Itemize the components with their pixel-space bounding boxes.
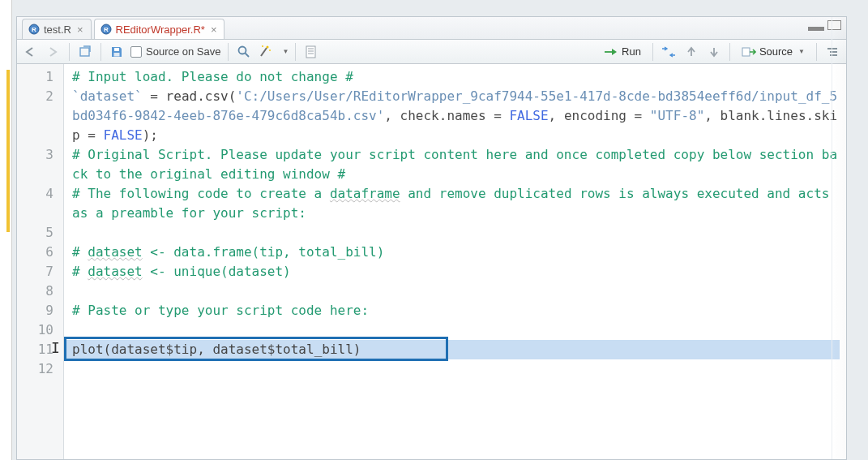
code-content[interactable]: # Input load. Please do not change #`dat… xyxy=(64,64,846,459)
run-button[interactable]: Run xyxy=(599,44,646,59)
code-tools-button[interactable] xyxy=(258,43,276,61)
code-editor[interactable]: 123456789101112 # Input load. Please do … xyxy=(17,64,846,459)
line-number-gutter: 123456789101112 xyxy=(17,64,64,459)
editor-toolbar: Source on Save ▼ Run xyxy=(17,40,846,64)
right-edge xyxy=(832,17,846,459)
line-number: 6 xyxy=(17,243,63,262)
source-label: Source xyxy=(759,45,793,58)
close-icon[interactable]: × xyxy=(211,24,217,36)
nav-back-button[interactable] xyxy=(22,43,40,61)
nav-forward-button[interactable] xyxy=(45,43,62,61)
code-line[interactable]: plot(dataset$tip, dataset$total_bill) xyxy=(72,340,840,359)
code-line[interactable] xyxy=(72,223,840,243)
svg-point-11 xyxy=(269,49,271,51)
tab-bar: R test.R × R REditorWrapper.R* × xyxy=(17,17,846,40)
run-label: Run xyxy=(622,45,641,58)
chevron-down-icon[interactable]: ▼ xyxy=(283,48,289,55)
code-line[interactable]: # Original Script. Please update your sc… xyxy=(72,145,840,184)
source-button[interactable]: Source ▼ xyxy=(737,44,810,59)
code-line[interactable]: # Input load. Please do not change # xyxy=(72,67,840,87)
svg-rect-17 xyxy=(742,48,750,56)
line-number: 8 xyxy=(17,282,63,301)
line-number: 3 xyxy=(17,145,63,184)
line-number: 2 xyxy=(17,87,63,145)
run-icon xyxy=(604,47,618,57)
separator xyxy=(100,43,101,61)
line-number: 7 xyxy=(17,262,63,282)
source-on-save-checkbox[interactable]: Source on Save xyxy=(130,45,221,58)
svg-rect-12 xyxy=(306,46,315,58)
code-line[interactable] xyxy=(72,359,840,379)
rerun-button[interactable] xyxy=(660,43,678,61)
line-number: 4 xyxy=(17,184,63,223)
show-in-new-window-button[interactable] xyxy=(76,43,94,61)
separator xyxy=(295,43,296,61)
app-left-gutter xyxy=(0,0,12,460)
svg-line-8 xyxy=(245,53,249,57)
tab-label: REditorWrapper.R* xyxy=(116,24,205,36)
svg-rect-6 xyxy=(114,53,120,57)
separator xyxy=(729,43,730,61)
go-to-prev-section-button[interactable] xyxy=(682,43,700,61)
line-number: 12 xyxy=(17,359,63,379)
r-file-icon: R xyxy=(28,24,40,35)
text-cursor-icon: I xyxy=(51,338,60,358)
compile-report-button[interactable] xyxy=(302,43,320,61)
minimize-pane-icon[interactable] xyxy=(808,27,824,31)
code-line[interactable] xyxy=(72,320,840,340)
svg-point-7 xyxy=(238,46,246,54)
line-number: 10 xyxy=(17,320,63,340)
separator xyxy=(69,43,70,61)
find-button[interactable] xyxy=(235,43,253,61)
source-on-save-label: Source on Save xyxy=(146,45,221,58)
checkbox-icon xyxy=(130,46,142,58)
chevron-down-icon[interactable]: ▼ xyxy=(798,48,805,55)
code-line[interactable]: # dataset <- data.frame(tip, total_bill) xyxy=(72,243,840,262)
r-file-icon: R xyxy=(100,24,112,35)
line-number: 5 xyxy=(17,223,63,243)
save-button[interactable] xyxy=(108,43,126,61)
svg-rect-4 xyxy=(80,48,89,56)
code-line[interactable]: # dataset <- unique(dataset) xyxy=(72,262,840,282)
line-number: 9 xyxy=(17,301,63,320)
svg-text:R: R xyxy=(32,26,36,33)
tab-reditorwrapper-r[interactable]: R REditorWrapper.R* × xyxy=(94,19,225,39)
code-line[interactable]: # The following code to create a datafra… xyxy=(72,184,840,223)
svg-point-9 xyxy=(266,45,268,48)
svg-point-10 xyxy=(262,45,263,47)
line-number: 1 xyxy=(17,67,63,87)
source-icon xyxy=(742,46,756,58)
svg-text:R: R xyxy=(104,26,109,33)
editor-panel: R test.R × R REditorWrapper.R* × xyxy=(16,16,847,460)
separator xyxy=(816,43,817,61)
tab-label: test.R xyxy=(44,24,71,36)
code-line[interactable]: # Paste or type your script code here: xyxy=(72,301,840,320)
svg-rect-5 xyxy=(114,48,119,51)
close-icon[interactable]: × xyxy=(77,24,83,36)
code-line[interactable] xyxy=(72,282,840,301)
separator xyxy=(652,43,653,61)
tab-test-r[interactable]: R test.R × xyxy=(22,19,92,39)
separator xyxy=(228,43,229,61)
change-marker xyxy=(6,70,10,232)
go-to-next-section-button[interactable] xyxy=(705,43,723,61)
code-line[interactable]: `dataset` = read.csv('C:/Users/User/REdi… xyxy=(72,87,840,145)
